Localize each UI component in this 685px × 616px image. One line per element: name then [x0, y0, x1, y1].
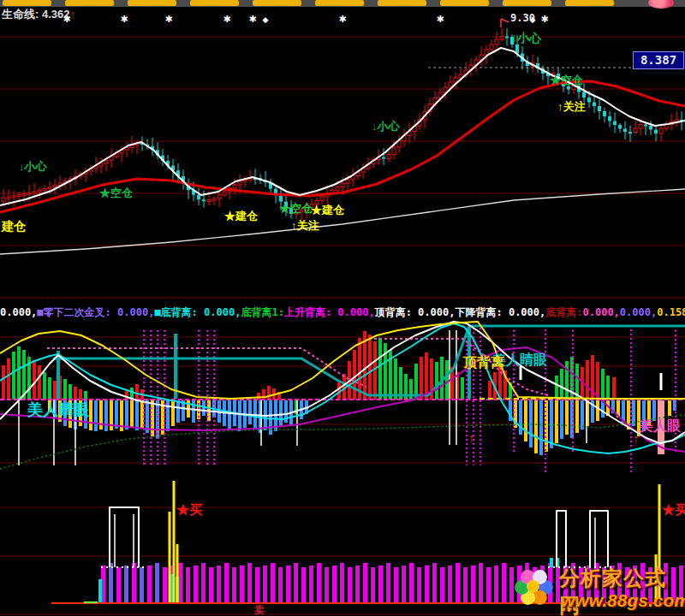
annotation-middle: ↑	[153, 425, 160, 438]
star-marker: ✱	[338, 14, 346, 24]
diamond-marker: ◆	[263, 15, 269, 24]
annotation-middle: 美人睛眼	[27, 402, 89, 418]
star-marker: ✱	[248, 14, 256, 24]
annotation-top: ↑关注	[557, 101, 586, 112]
star-marker: ✱	[540, 14, 548, 24]
watermark: 分析家公式网 www.88gs.com	[501, 558, 685, 616]
header-segment: 底背离1:	[241, 305, 283, 320]
annotation-top: ★建仓	[224, 210, 258, 222]
star-marker: ✱	[436, 14, 444, 24]
annotation-top: 建仓	[2, 220, 26, 232]
annotation-bottom: ★买	[176, 503, 202, 516]
header-segment: 顶背离: 0.000,	[375, 305, 456, 320]
star-marker: ✱	[164, 14, 172, 24]
header-segment: 0.158↑,	[657, 306, 685, 318]
annotation-top: ★建仓	[311, 204, 344, 216]
header-segment: 上升背离: 0.000,	[284, 305, 375, 320]
header-segment: 0.000,	[620, 306, 657, 318]
header-segment: 底背离:	[545, 305, 582, 320]
annotation-middle: ↓	[26, 349, 32, 361]
header-segment: 下降背离: 0.000,	[455, 305, 545, 320]
annotation-top: ↓小心	[19, 161, 47, 172]
annotation-middle: ↓	[376, 332, 383, 346]
annotation-top: ↓小心	[511, 32, 541, 44]
annotation-middle: ↑	[633, 432, 640, 445]
flower-center-icon	[527, 580, 539, 593]
indicator-header-row: 0.000, ■零下二次金叉: 0.000, ■底背离: 0.000, 底背离1…	[0, 305, 685, 320]
header-segment: 0.000,	[0, 306, 37, 318]
flower-logo-icon	[513, 566, 554, 607]
app-screen: 生命线: 4.362↑ ✱✱✱✱✱✱✱✱◆◆ 9.30 8.387 0.000,…	[0, 0, 685, 616]
star-marker: ✱	[63, 14, 70, 24]
header-segment: ■底背离: 0.000,	[154, 305, 241, 320]
annotation-top: ↑关注	[291, 220, 319, 231]
current-price-tag: 8.387	[633, 51, 684, 69]
annotation-top: ★空仓	[99, 187, 133, 198]
watermark-site-url: www.88gs.com	[561, 590, 685, 611]
annotation-top: ★空仓	[279, 203, 313, 214]
annotation-bottom: 卖	[254, 605, 265, 615]
annotation-top: ↓小心	[372, 121, 400, 132]
header-segment: 0.000,	[583, 306, 620, 318]
annotation-middle: ↑	[468, 431, 475, 444]
peak-price-label: 9.30	[510, 12, 535, 24]
star-marker: ✱	[120, 14, 128, 24]
annotation-middle: 顶背离	[463, 356, 504, 370]
star-marker: ✱	[223, 14, 230, 24]
header-segment: ■零下二次金叉: 0.000,	[37, 305, 154, 320]
annotation-middle: 美人眼	[640, 419, 681, 433]
annotation-bottom: ★买	[662, 503, 685, 516]
annotation-top: ★空仓	[550, 74, 583, 86]
